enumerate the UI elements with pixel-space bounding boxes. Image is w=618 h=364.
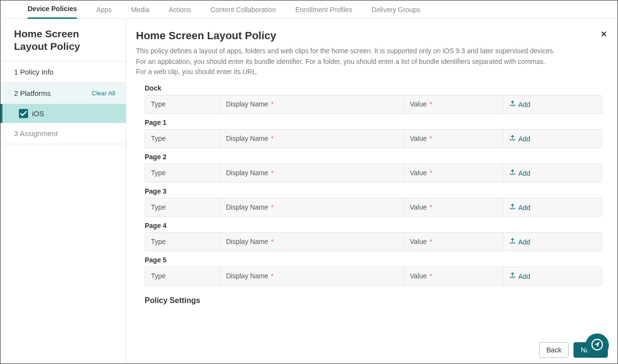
add-button-page-2[interactable]: Add	[509, 169, 530, 177]
step-policy-info[interactable]: 1 Policy Info	[0, 61, 126, 83]
step-platforms[interactable]: 2 Platforms Clear All	[0, 83, 126, 104]
col-value-label: Value	[410, 272, 427, 280]
clear-all-link[interactable]: Clear All	[92, 90, 115, 97]
add-label: Add	[518, 101, 530, 108]
tab-media[interactable]: Media	[131, 6, 150, 18]
step-assignment[interactable]: 3 Assignment	[0, 123, 126, 144]
table-page-2: TypeDisplay Name *Value *Add	[145, 164, 602, 182]
col-value: Value *	[404, 267, 503, 285]
col-display-name: Display Name *	[220, 130, 404, 148]
col-display-name-label: Display Name	[226, 100, 268, 108]
col-value: Value *	[404, 130, 503, 148]
add-label: Add	[518, 204, 530, 212]
required-asterisk: *	[430, 238, 432, 245]
tab-delivery-groups[interactable]: Delivery Groups	[372, 6, 420, 18]
col-action: Add	[503, 130, 602, 148]
policy-settings-heading: Policy Settings	[145, 296, 608, 305]
required-asterisk: *	[271, 203, 273, 211]
checkmark-icon	[19, 109, 28, 118]
col-value-label: Value	[410, 100, 427, 108]
table-page-3: TypeDisplay Name *Value *Add	[145, 198, 602, 217]
col-type: Type	[145, 164, 220, 182]
platform-ios[interactable]: iOS	[0, 104, 126, 123]
add-icon	[509, 100, 516, 108]
sidebar-title: Home Screen Layout Policy	[0, 19, 126, 61]
col-value: Value *	[404, 198, 503, 216]
table-header-row: TypeDisplay Name *Value *Add	[145, 95, 602, 113]
col-value: Value *	[404, 95, 503, 113]
col-action: Add	[503, 233, 602, 251]
col-value: Value *	[404, 233, 503, 251]
table-dock: TypeDisplay Name *Value *Add	[145, 95, 602, 114]
col-display-name-label: Display Name	[226, 272, 268, 280]
tab-enrollment-profiles[interactable]: Enrollment Profiles	[295, 6, 352, 18]
col-display-name: Display Name *	[220, 267, 404, 285]
col-display-name: Display Name *	[220, 95, 404, 113]
wizard-footer: Back Next >	[126, 336, 618, 364]
col-display-name: Display Name *	[220, 198, 404, 216]
col-action: Add	[503, 198, 602, 216]
add-button-page-3[interactable]: Add	[509, 203, 530, 212]
platform-ios-label: iOS	[32, 109, 44, 118]
col-type: Type	[145, 95, 220, 113]
desc-line-1: This policy defines a layout of apps, fo…	[136, 46, 608, 57]
col-type: Type	[145, 233, 220, 251]
col-type: Type	[145, 130, 220, 148]
section-label-page-2: Page 2	[145, 153, 608, 161]
table-header-row: TypeDisplay Name *Value *Add	[145, 164, 602, 182]
add-button-page-1[interactable]: Add	[509, 135, 530, 143]
table-page-1: TypeDisplay Name *Value *Add	[145, 129, 602, 148]
close-icon[interactable]: ✕	[601, 30, 607, 39]
desc-line-3: For a web clip, you should enter its URL…	[136, 67, 608, 77]
col-value-label: Value	[410, 238, 427, 245]
section-label-dock: Dock	[145, 84, 608, 92]
col-display-name-label: Display Name	[226, 135, 268, 142]
col-type: Type	[145, 198, 220, 216]
add-button-page-5[interactable]: Add	[509, 272, 530, 280]
navigation-arrow-icon	[591, 338, 603, 352]
add-button-page-4[interactable]: Add	[509, 238, 530, 246]
add-label: Add	[518, 238, 530, 246]
tab-apps[interactable]: Apps	[96, 6, 112, 18]
section-label-page-1: Page 1	[145, 119, 608, 126]
add-icon	[509, 169, 516, 177]
tab-device-policies[interactable]: Device Policies	[28, 5, 77, 19]
step-platforms-label: 2 Platforms	[14, 89, 51, 97]
help-fab[interactable]	[586, 334, 609, 357]
policy-description: This policy defines a layout of apps, fo…	[136, 46, 608, 77]
add-button-dock[interactable]: Add	[509, 100, 530, 108]
required-asterisk: *	[271, 100, 273, 108]
tab-actions[interactable]: Actions	[169, 6, 191, 18]
table-header-row: TypeDisplay Name *Value *Add	[145, 130, 602, 148]
add-label: Add	[518, 273, 530, 280]
required-asterisk: *	[271, 169, 273, 177]
tab-content-collaboration[interactable]: Content Collaboration	[211, 6, 276, 18]
col-action: Add	[503, 164, 602, 182]
required-asterisk: *	[430, 272, 432, 280]
required-asterisk: *	[430, 203, 432, 211]
table-page-5: TypeDisplay Name *Value *Add	[145, 267, 602, 286]
add-icon	[509, 135, 516, 143]
col-display-name: Display Name *	[220, 164, 404, 182]
step-policy-info-label: 1 Policy Info	[14, 68, 54, 76]
col-value-label: Value	[410, 169, 427, 177]
section-label-page-4: Page 4	[145, 222, 608, 229]
col-display-name-label: Display Name	[226, 238, 268, 245]
required-asterisk: *	[271, 135, 273, 142]
col-display-name-label: Display Name	[226, 169, 268, 177]
top-tabs: Device Policies Apps Media Actions Conte…	[0, 0, 618, 19]
table-header-row: TypeDisplay Name *Value *Add	[145, 267, 602, 285]
required-asterisk: *	[430, 169, 432, 177]
page-title: Home Screen Layout Policy	[136, 30, 608, 42]
table-header-row: TypeDisplay Name *Value *Add	[145, 198, 602, 216]
add-icon	[509, 272, 516, 280]
col-value: Value *	[404, 164, 503, 182]
col-value-label: Value	[410, 135, 427, 142]
section-label-page-5: Page 5	[145, 256, 608, 264]
main-panel: ✕ Home Screen Layout Policy This policy …	[126, 19, 618, 364]
add-label: Add	[518, 169, 530, 177]
add-icon	[509, 238, 516, 246]
required-asterisk: *	[271, 238, 273, 245]
back-button[interactable]: Back	[539, 342, 569, 358]
col-display-name-label: Display Name	[226, 203, 268, 211]
